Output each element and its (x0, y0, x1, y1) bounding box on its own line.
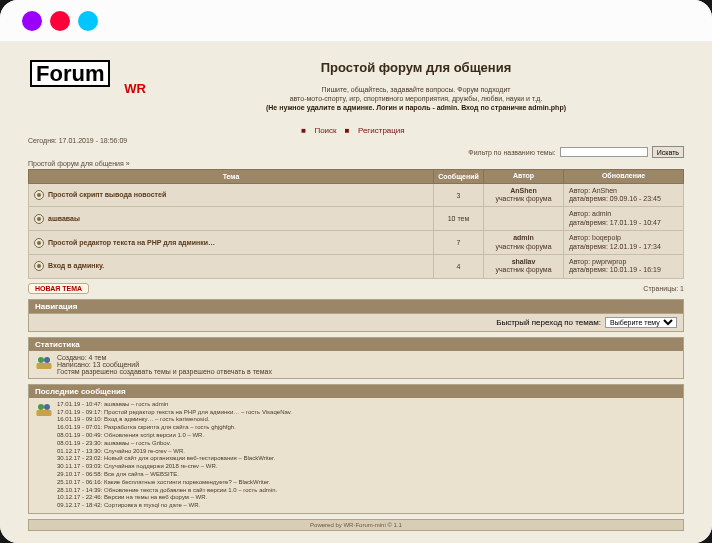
recent-messages-list: 17.01.19 - 10:47: ашваваы – гость admin1… (57, 401, 292, 510)
window-dot-cyan[interactable] (78, 11, 98, 31)
topic-author: shallavучастник форума (484, 255, 564, 279)
topic-status-icon (34, 261, 44, 271)
topic-author: AnShenучастник форума (484, 183, 564, 207)
recent-message-item[interactable]: 16.01.19 - 07:01: Разработка скрипта для… (57, 424, 292, 432)
recent-message-item[interactable]: 08.01.19 - 23:30: ашваваы – гость Gribov… (57, 440, 292, 448)
quickjump-label: Быстрый переход по темам: (496, 318, 601, 327)
filter-input[interactable] (560, 147, 648, 157)
top-links: ■ Поиск ■ Регистрация (28, 126, 684, 135)
topic-updated: Автор: pwprwpropдата/время: 10.01.19 - 1… (564, 255, 684, 279)
topic-updated: Автор: boqepoipдата/время: 12.01.19 - 17… (564, 231, 684, 255)
table-row: Простой редактор текста на PHP для админ… (29, 231, 684, 255)
recent-messages-panel: Последние сообщения 17.01.19 - 10:47: аш… (28, 384, 684, 514)
forum-subtitle-1: Пишите, общайтесь, задавайте вопросы. Фо… (150, 85, 682, 94)
forum-subtitle-3: (Не нужное удалите в админке. Логин и па… (266, 104, 566, 111)
forum-title: Простой форум для общения (150, 60, 682, 75)
topic-message-count: 3 (434, 183, 484, 207)
recent-message-item[interactable]: 17.01.19 - 09:17: Простой редактор текст… (57, 409, 292, 417)
topic-status-icon (34, 190, 44, 200)
recent-message-item[interactable]: 29.10.17 - 06:58: Все для сайта – WEBSIT… (57, 471, 292, 479)
topic-status-icon (34, 238, 44, 248)
recent-message-item[interactable]: 10.12.17 - 22:46: Версии на темы на веб … (57, 494, 292, 502)
datetime-label: Сегодня: 17.01.2019 - 18:56:09 (28, 137, 127, 144)
forum-subtitle-2: авто-мото-спорту, игр, спортивного мероп… (150, 94, 682, 103)
new-topic-button[interactable]: НОВАЯ ТЕМА (28, 283, 89, 294)
window-titlebar (0, 0, 712, 42)
recent-message-item[interactable]: 25.10.17 - 06:16: Какие бесплатные хости… (57, 479, 292, 487)
recent-message-item[interactable]: 30.11.17 - 03:03: Случайная поддержи 201… (57, 463, 292, 471)
page-viewport: Forum WR Простой форум для общения Пишит… (0, 42, 712, 543)
stats-line-1: Создано: 4 тем (57, 354, 272, 361)
stats-line-3: Гостям разрешено создавать темы и разреш… (57, 368, 272, 375)
topic-message-count: 10 тем (434, 207, 484, 231)
topic-author: adminучастник форума (484, 231, 564, 255)
quickjump-select[interactable]: Выберите тему (605, 317, 677, 328)
search-link[interactable]: Поиск (314, 126, 336, 135)
recent-message-item[interactable]: 09.12.17 - 18:42: Сортировка в mysql по … (57, 502, 292, 510)
svg-point-0 (38, 357, 44, 363)
col-updated: Обновление (564, 170, 684, 183)
window-dot-red[interactable] (50, 11, 70, 31)
table-row: ашваваы10 темАвтор: adminдата/время: 17.… (29, 207, 684, 231)
stats-line-2: Написано: 13 сообщений (57, 361, 272, 368)
forum-logo[interactable]: Forum WR (30, 60, 150, 96)
filter-search-button[interactable]: Искать (652, 146, 684, 158)
users-icon (35, 354, 53, 372)
recent-message-item[interactable]: 30.12.17 - 23:02: Новый сайт для организ… (57, 455, 292, 463)
users-icon (35, 401, 53, 419)
register-link[interactable]: Регистрация (358, 126, 405, 135)
recent-message-item[interactable]: 01.12.17 - 13:30: Случайно 2019 re-crev … (57, 448, 292, 456)
col-messages: Сообщений (434, 170, 484, 183)
recent-message-item[interactable]: 08.01.19 - 00:49: Обновления script верс… (57, 432, 292, 440)
topic-message-count: 7 (434, 231, 484, 255)
svg-rect-5 (37, 410, 52, 416)
topic-link[interactable]: ашваваы (48, 215, 80, 222)
navigation-panel-title: Навигация (29, 300, 683, 313)
svg-point-4 (44, 404, 50, 410)
topic-updated: Автор: adminдата/время: 17.01.19 - 10:47 (564, 207, 684, 231)
svg-point-1 (44, 357, 50, 363)
table-row: Простой скрипт вывода новостей3AnShenуча… (29, 183, 684, 207)
col-topic: Тема (29, 170, 434, 183)
window-dot-purple[interactable] (22, 11, 42, 31)
forum-header: Forum WR Простой форум для общения Пишит… (28, 56, 684, 122)
pagination-label: Страницы: 1 (643, 285, 684, 292)
statistics-panel-title: Статистика (29, 338, 683, 351)
topics-table: Тема Сообщений Автор Обновление Простой … (28, 169, 684, 279)
breadcrumb[interactable]: Простой форум для общения » (28, 160, 684, 167)
recent-message-item[interactable]: 16.01.19 - 09:10: Вход в админку… – гост… (57, 416, 292, 424)
statistics-panel: Статистика Создано: 4 тем Написано: 13 с… (28, 337, 684, 379)
recent-message-item[interactable]: 17.01.19 - 10:47: ашваваы – гость admin (57, 401, 292, 409)
recent-message-item[interactable]: 28.10.17 - 14:39: Обновление текста доба… (57, 487, 292, 495)
filter-label: Фильтр по названию темы: (468, 149, 555, 156)
topic-link[interactable]: Вход в админку. (48, 262, 104, 269)
recent-messages-title: Последние сообщения (29, 385, 683, 398)
topic-updated: Автор: AnShenдата/время: 09.09.16 - 23:4… (564, 183, 684, 207)
footer: Powered by WR-Forum-mini © 1.1 (28, 519, 684, 531)
col-author: Автор (484, 170, 564, 183)
topic-link[interactable]: Простой скрипт вывода новостей (48, 191, 166, 198)
topic-author (484, 207, 564, 231)
navigation-panel: Навигация (28, 299, 684, 314)
svg-point-3 (38, 404, 44, 410)
table-row: Вход в админку.4shallavучастник форумаАв… (29, 255, 684, 279)
topic-link[interactable]: Простой редактор текста на PHP для админ… (48, 238, 215, 245)
logo-text: Forum (30, 60, 110, 87)
svg-rect-2 (37, 363, 52, 369)
topic-message-count: 4 (434, 255, 484, 279)
topic-status-icon (34, 214, 44, 224)
browser-window: Forum WR Простой форум для общения Пишит… (0, 0, 712, 543)
